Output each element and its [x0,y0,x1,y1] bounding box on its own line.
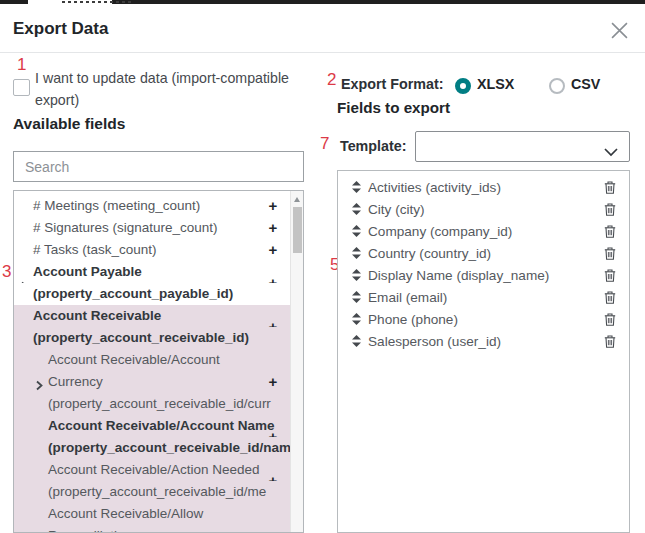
close-button[interactable] [611,22,629,40]
trash-icon[interactable] [604,313,616,326]
available-field-line[interactable]: Account Receivable/Account Name+ [14,415,290,437]
trash-icon[interactable] [604,247,616,260]
export-field-label: Phone (phone) [368,312,604,327]
background-page-dashes [62,1,134,3]
fields-to-export-heading: Fields to export [337,99,450,116]
drag-handle-icon[interactable] [351,291,362,303]
dialog-title: Export Data [13,19,108,39]
export-field-label: Country (country_id) [368,246,604,261]
available-field-line[interactable]: Account Receivable/Allow [14,503,290,525]
radio-csv[interactable] [549,78,565,94]
field-label: # Meetings (meeting_count) [14,195,290,217]
available-field-line[interactable]: (property_account_receivable_id/curr [14,393,290,415]
template-select[interactable] [415,131,630,162]
trash-icon[interactable] [604,225,616,238]
field-label: Account Receivable/Action Needed [14,459,290,481]
drag-handle-icon[interactable] [351,181,362,193]
scroll-up-icon[interactable] [294,197,300,202]
field-label: (property_account_receivable_id/curr [14,393,290,415]
drag-handle-icon[interactable] [351,225,362,237]
field-label: # Tasks (task_count) [14,239,290,261]
annotation-1: 1 [17,56,26,73]
background-page-notch [28,0,112,4]
available-field-line[interactable]: (property_account_receivable_id) [14,327,290,349]
chevron-down-icon [604,143,618,161]
field-label: (property_account_receivable_id/nam [14,437,290,459]
field-label: Account Receivable/Account Name [14,415,290,437]
export-field-row[interactable]: Display Name (display_name) [338,264,629,286]
drag-handle-icon[interactable] [351,313,362,325]
export-field-label: Activities (activity_ids) [368,180,604,195]
field-label: Reconciliation [14,525,290,533]
add-field-button[interactable]: + [266,217,280,239]
available-fields-list: # Meetings (meeting_count)+# Signatures … [13,190,304,533]
export-field-label: City (city) [368,202,604,217]
export-field-row[interactable]: Phone (phone) [338,308,629,330]
add-field-button[interactable]: + [266,272,280,283]
add-field-button[interactable]: + [266,525,280,533]
update-data-checkbox[interactable] [13,79,30,96]
export-field-row[interactable]: Company (company_id) [338,220,629,242]
field-group: # Meetings (meeting_count)+# Signatures … [14,195,290,305]
field-label: Currency [14,371,290,393]
available-field-line[interactable]: # Meetings (meeting_count)+ [14,195,290,217]
available-field-line[interactable]: (property_account_payable_id) [14,283,290,305]
export-dialog: { "dialog": { "title": "Export Data" }, … [0,0,645,533]
drag-handle-icon[interactable] [351,269,362,281]
drag-handle-icon[interactable] [351,247,362,259]
field-label: # Signatures (signature_count) [14,217,290,239]
radio-xlsx-label[interactable]: XLSX [477,76,514,92]
trash-icon[interactable] [604,291,616,304]
available-field-line[interactable]: Account Receivable+ [14,305,290,327]
export-field-row[interactable]: Email (email) [338,286,629,308]
export-field-row[interactable]: Activities (activity_ids) [338,176,629,198]
available-field-line[interactable]: # Tasks (task_count)+ [14,239,290,261]
field-label: Account Receivable [14,305,290,327]
add-field-button[interactable]: + [266,239,280,261]
available-field-line[interactable]: (property_account_receivable_id/me [14,481,290,503]
add-field-button[interactable]: + [266,426,280,437]
scrollbar-thumb[interactable] [293,207,302,253]
radio-xlsx[interactable] [455,78,471,94]
trash-icon[interactable] [604,203,616,216]
annotation-2: 2 [327,71,336,88]
search-input[interactable] [13,151,304,182]
available-field-line[interactable]: Account Receivable/Account [14,349,290,371]
field-group-expanded-highlight: Account Receivable+(property_account_rec… [14,305,290,533]
close-icon [611,25,628,42]
chevron-right-icon[interactable] [34,376,45,387]
field-label: Account Payable [14,261,290,283]
radio-csv-label[interactable]: CSV [571,76,600,92]
available-fields-content: # Meetings (meeting_count)+# Signatures … [14,191,290,533]
trash-icon[interactable] [604,335,616,348]
template-label: Template: [340,138,406,154]
available-field-line[interactable]: Reconciliation+ [14,525,290,533]
export-field-row[interactable]: Country (country_id) [338,242,629,264]
add-field-button[interactable]: + [266,195,280,217]
drag-handle-icon[interactable] [351,335,362,347]
available-field-line[interactable]: # Signatures (signature_count)+ [14,217,290,239]
scrollbar[interactable] [290,191,303,532]
header-divider [0,52,645,53]
trash-icon[interactable] [604,181,616,194]
trash-icon[interactable] [604,269,616,282]
field-label: (property_account_receivable_id/me [14,481,290,503]
drag-handle-icon[interactable] [351,203,362,215]
export-field-row[interactable]: Salesperson (user_id) [338,330,629,352]
update-data-label[interactable]: I want to update data (import-compatible… [35,67,307,111]
available-field-line[interactable]: Account Payable+ [14,261,290,283]
export-field-row[interactable]: City (city) [338,198,629,220]
annotation-3: 3 [2,263,11,280]
available-field-line[interactable]: (property_account_receivable_id/nam [14,437,290,459]
field-label: (property_account_receivable_id) [14,327,290,349]
add-field-button[interactable]: + [266,316,280,327]
add-field-button[interactable]: + [266,371,280,393]
field-label: Account Receivable/Allow [14,503,290,525]
export-format-label: Export Format: [341,76,443,92]
field-label: (property_account_payable_id) [14,283,290,305]
add-field-button[interactable]: + [266,470,280,481]
available-field-line[interactable]: Account Receivable/Action Needed+ [14,459,290,481]
available-field-line[interactable]: Currency+ [14,371,290,393]
annotation-7: 7 [320,135,329,152]
field-label: Account Receivable/Account [14,349,290,371]
